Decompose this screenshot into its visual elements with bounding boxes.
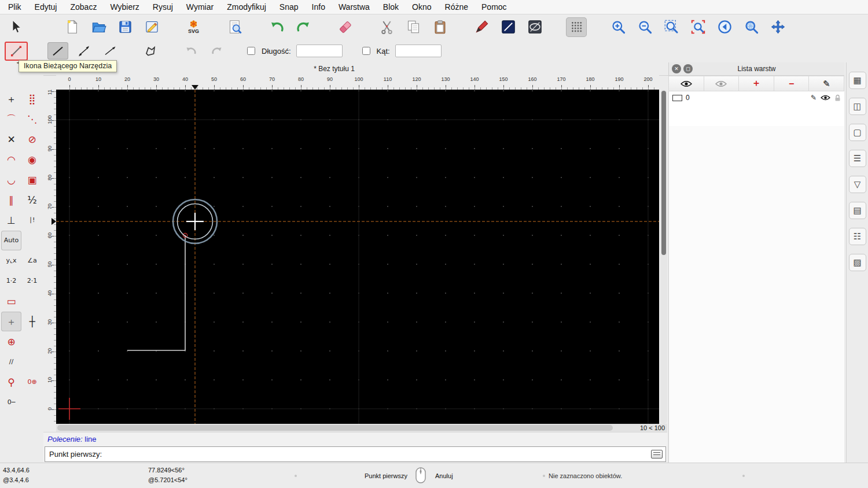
save-button[interactable] (115, 17, 135, 37)
cut-button[interactable] (376, 17, 397, 37)
vertical-scrollbar-thumb[interactable] (661, 91, 666, 255)
zoom-redraw-button[interactable] (714, 17, 735, 37)
panel-library-button[interactable]: ▤ (849, 202, 866, 219)
layer-row[interactable]: 0 ✎ (669, 91, 844, 104)
menu-pomoc[interactable]: Pomoc (481, 2, 507, 12)
highlight-entity-button[interactable]: ▭ (1, 291, 21, 311)
menu-plik[interactable]: Plik (8, 2, 21, 12)
remove-layer-button[interactable]: − (774, 76, 810, 91)
menu-rysuj[interactable]: Rysuj (153, 2, 173, 12)
print-preview-button[interactable] (225, 17, 245, 37)
menu-warstwa[interactable]: Warstwa (339, 2, 370, 12)
open-file-button[interactable] (88, 17, 109, 37)
panel-float-icon[interactable]: ◻ (683, 64, 693, 73)
menu-zmodyfikuj[interactable]: Zmodyfikuj (227, 2, 266, 12)
coord-polar-button[interactable]: ∠a (22, 251, 42, 271)
snap-parallel-button[interactable]: ∥ (1, 190, 21, 210)
line-angle-button[interactable] (73, 42, 94, 60)
undo-segment-button[interactable] (181, 42, 201, 60)
zoom-in-button[interactable] (608, 17, 628, 37)
polyline-button[interactable] (140, 42, 161, 60)
zoom-auto-button[interactable] (661, 17, 682, 37)
angle-input[interactable] (395, 45, 442, 57)
menu-snap[interactable]: Snap (279, 2, 299, 12)
keyboard-toggle-icon[interactable] (651, 450, 663, 459)
snap-distance-button[interactable]: ½ (22, 190, 42, 210)
lock-rel-zero-button[interactable]: 0─ (1, 393, 21, 412)
horizontal-scrollbar[interactable]: 10 < 100 (56, 424, 667, 432)
panel-filter-button[interactable]: ▽ (849, 176, 866, 193)
snap-free-button[interactable]: ＋ (1, 89, 21, 109)
snap-arc-button[interactable]: ◠ (1, 150, 21, 169)
snap-concentric-button[interactable]: ◡ (1, 170, 21, 190)
select-pointer-button[interactable] (5, 17, 25, 37)
panel-list-button[interactable]: ☷ (849, 228, 866, 245)
add-layer-button[interactable]: ＋ (738, 76, 774, 91)
menu-wybierz[interactable]: Wybierz (110, 2, 139, 12)
menu-blok[interactable]: Blok (383, 2, 399, 12)
redo-button[interactable] (293, 17, 314, 37)
copy-button[interactable] (403, 17, 424, 37)
ellipse-attributes-button[interactable] (524, 17, 545, 37)
menu-info[interactable]: Info (312, 2, 325, 12)
menu-rozne[interactable]: Różne (445, 2, 468, 12)
angle-snap-button[interactable]: ∕∕ (1, 352, 21, 372)
layer-lock-icon[interactable] (834, 94, 841, 102)
grid-iso-toggle-button[interactable]: ＋ (1, 312, 21, 331)
panel-3d-view-button[interactable]: ▦ (849, 72, 866, 89)
line-horizontal-button[interactable] (100, 42, 120, 60)
restrict-off-button[interactable]: ∣! (22, 210, 42, 230)
edit-layer-button[interactable]: ✎ (808, 76, 844, 91)
new-file-button[interactable] (61, 17, 82, 37)
length-checkbox[interactable] (247, 47, 255, 55)
ortho-crosshair-button[interactable]: ┼ (22, 312, 42, 331)
order-backward-button[interactable]: 2·1 (22, 271, 42, 291)
show-all-layers-button[interactable] (668, 76, 704, 91)
menu-zobacz[interactable]: Zobacz (70, 2, 97, 12)
horizontal-scrollbar-thumb[interactable] (57, 425, 613, 431)
snap-center-button[interactable]: ◉ (22, 150, 42, 169)
panel-clipboard-button[interactable]: ▨ (849, 254, 866, 271)
panel-close-icon[interactable]: ✕ (672, 64, 681, 73)
snap-middle-button[interactable]: ▣ (22, 170, 42, 190)
paste-button[interactable] (429, 17, 450, 37)
menu-edytuj[interactable]: Edytuj (35, 2, 57, 12)
rel-zero-marker-button[interactable]: 0⊕ (22, 372, 42, 392)
line-two-points-button[interactable] (47, 42, 68, 60)
line-attributes-button[interactable] (498, 17, 518, 37)
delete-eraser-button[interactable] (334, 17, 355, 37)
redo-segment-button[interactable] (207, 42, 227, 60)
grid-toggle-button[interactable] (566, 17, 587, 37)
zoom-previous-button[interactable] (687, 17, 708, 37)
length-input[interactable] (296, 45, 343, 57)
snap-intersection-button[interactable]: ✕ (1, 130, 21, 149)
menu-wymiar[interactable]: Wymiar (186, 2, 214, 12)
pen-attributes-button[interactable] (471, 17, 492, 37)
menu-okno[interactable]: Okno (412, 2, 431, 12)
zoom-out-button[interactable] (634, 17, 655, 37)
coord-cartesian-button[interactable]: y⌞x (1, 251, 21, 271)
drawing-canvas[interactable] (56, 90, 659, 424)
restrict-orthogonal-button[interactable]: ⊥ (1, 210, 21, 230)
angle-checkbox[interactable] (362, 47, 370, 55)
drafting-settings-button[interactable] (141, 17, 162, 37)
vertical-scrollbar[interactable] (660, 90, 667, 424)
order-forward-button[interactable]: 1·2 (1, 271, 21, 291)
set-rel-zero-button[interactable]: ⚲ (1, 372, 21, 392)
command-input[interactable]: Punkt pierwszy: (45, 446, 666, 462)
zoom-pan-button[interactable] (767, 17, 788, 37)
svg-export-button[interactable]: SVG (183, 17, 204, 37)
snap-rel-zero-button[interactable]: ⊕ (1, 332, 21, 352)
layer-edit-icon[interactable]: ✎ (811, 94, 816, 102)
snap-endpoint-button[interactable]: ⌒ (1, 109, 21, 129)
layer-visibility-icon[interactable] (821, 95, 830, 101)
snap-on-entity-button[interactable]: ⋱ (22, 109, 42, 129)
zoom-window-button[interactable] (741, 17, 762, 37)
panel-command-list-button[interactable]: ☰ (849, 150, 866, 167)
panel-page-button[interactable]: ▢ (849, 124, 866, 141)
snap-tangent-button[interactable]: ⊘ (22, 130, 42, 149)
panel-blocks-button[interactable]: ◫ (849, 98, 866, 115)
snap-grid-button[interactable]: ⣿ (22, 89, 42, 109)
undo-button[interactable] (266, 17, 287, 37)
snap-auto-button[interactable]: Auto (1, 231, 21, 250)
